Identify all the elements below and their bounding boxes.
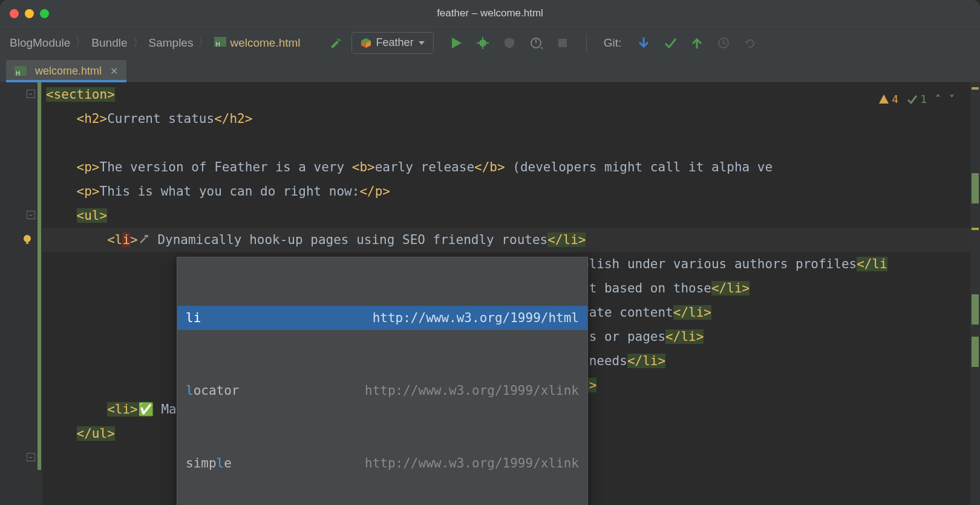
chevron-right-icon: 〉: [75, 35, 87, 51]
svg-point-26: [24, 235, 31, 242]
git-pull-button[interactable]: [637, 36, 650, 50]
editor-gutter[interactable]: − − −: [0, 82, 42, 505]
run-button[interactable]: [449, 36, 463, 50]
git-push-button[interactable]: [690, 36, 704, 50]
fold-toggle[interactable]: −: [27, 453, 35, 461]
code-area[interactable]: 4 1 ˄ ˅ <section> <h2>Current status</h2…: [42, 82, 970, 505]
change-marker[interactable]: [972, 294, 979, 325]
svg-rect-29: [145, 235, 148, 237]
completion-item[interactable]: locator http://www.w3.org/1999/xlink: [177, 378, 587, 403]
vcs-change-marker: [38, 82, 41, 470]
code-completion-popup[interactable]: li http://www.w3.org/1999/html locator h…: [177, 257, 588, 505]
code-line: <p>The version of Feather is a very <b>e…: [46, 155, 970, 179]
code-line: <p>This is what you can do right now:</p…: [46, 179, 970, 203]
error-stripe[interactable]: [970, 82, 980, 505]
html-file-icon: [214, 37, 226, 47]
coverage-button[interactable]: [503, 36, 516, 50]
warning-marker[interactable]: [972, 228, 979, 230]
editor-tab[interactable]: welcome.html ✕: [6, 60, 126, 82]
svg-point-4: [479, 39, 486, 47]
change-marker[interactable]: [972, 337, 979, 367]
profile-button[interactable]: [529, 36, 543, 50]
run-config-selector[interactable]: Feather: [351, 32, 434, 54]
git-commit-button[interactable]: [664, 36, 677, 50]
stop-button[interactable]: [556, 36, 569, 50]
code-line: <h2>Current status</h2>: [46, 107, 970, 131]
code-line: <section>: [46, 82, 970, 107]
chevron-down-icon: [419, 41, 425, 45]
window-titlebar: feather – welcome.html: [0, 0, 980, 27]
debug-button[interactable]: [476, 36, 489, 50]
completion-item[interactable]: simple http://www.w3.org/1999/xlink: [177, 451, 587, 475]
run-config-label: Feather: [376, 36, 414, 49]
completion-namespace: http://www.w3.org/1999/xlink: [365, 451, 579, 475]
svg-rect-12: [558, 39, 567, 47]
main-toolbar: BlogModule 〉 Bundle 〉 Samples 〉 welcome.…: [0, 27, 980, 58]
git-revert-button[interactable]: [743, 36, 757, 50]
svg-marker-11: [540, 47, 543, 50]
svg-marker-14: [745, 41, 749, 44]
warning-marker[interactable]: [972, 87, 979, 90]
chevron-right-icon: 〉: [132, 35, 144, 51]
breadcrumb: BlogModule 〉 Bundle 〉 Samples 〉 welcome.…: [7, 35, 303, 51]
completion-item[interactable]: li http://www.w3.org/1999/html: [177, 306, 587, 330]
code-line: <ul>: [46, 203, 970, 228]
change-marker[interactable]: [972, 173, 979, 203]
intention-bulb-icon[interactable]: [22, 234, 33, 245]
fold-toggle[interactable]: −: [27, 90, 35, 98]
window-title: feather – welcome.html: [0, 7, 980, 19]
breadcrumb-item[interactable]: Samples: [146, 35, 196, 51]
hammer-icon: [138, 229, 150, 241]
editor-tab-label: welcome.html: [35, 65, 102, 78]
toolbar-divider: [586, 34, 587, 52]
breadcrumb-file[interactable]: welcome.html: [212, 35, 302, 51]
fold-toggle[interactable]: −: [27, 211, 35, 219]
build-button[interactable]: [328, 36, 343, 50]
completion-namespace: http://www.w3.org/1999/html: [373, 306, 579, 330]
breadcrumb-item[interactable]: Bundle: [89, 35, 129, 51]
completion-namespace: http://www.w3.org/1999/xlink: [365, 378, 579, 403]
chevron-right-icon: 〉: [198, 35, 209, 51]
html-file-icon: [15, 66, 27, 76]
close-tab-button[interactable]: ✕: [110, 65, 118, 77]
git-label: Git:: [604, 36, 622, 50]
breadcrumb-file-label: welcome.html: [230, 36, 300, 49]
svg-marker-3: [452, 38, 462, 48]
code-editor[interactable]: − − − 4 1 ˄ ˅ <section> <h2>Current stat…: [0, 82, 980, 505]
cube-icon: [361, 38, 371, 48]
code-line: <li> Dynamically hook-up pages using SEO…: [46, 228, 970, 252]
editor-tabstrip: welcome.html ✕: [0, 58, 980, 82]
git-history-button[interactable]: [717, 36, 730, 50]
svg-rect-27: [26, 242, 28, 244]
breadcrumb-item[interactable]: BlogModule: [7, 35, 73, 51]
